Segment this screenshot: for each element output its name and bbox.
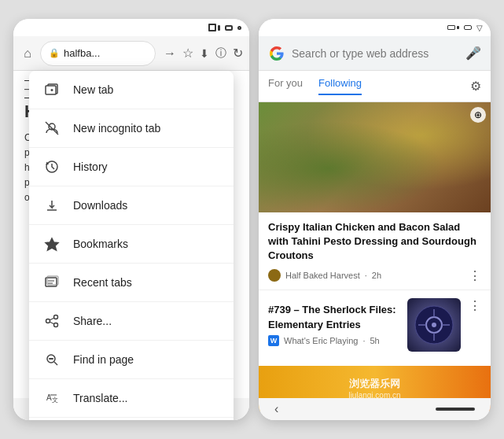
menu-item-incognito[interactable]: New incognito tab — [29, 109, 234, 148]
svg-marker-7 — [46, 238, 58, 250]
bookmarks-icon — [43, 235, 61, 253]
home-icon[interactable]: ⌂ — [20, 46, 35, 61]
history-label: History — [73, 160, 219, 173]
url-box[interactable]: 🔒 halfba... — [40, 41, 156, 66]
svg-point-13 — [54, 323, 58, 327]
card-more-icon[interactable]: ⋮ — [469, 268, 481, 283]
info-icon[interactable]: ⓘ — [215, 46, 226, 61]
battery-tip — [218, 25, 220, 31]
menu-item-new-tab[interactable]: New tab — [29, 71, 234, 109]
lock-icon: 🔒 — [49, 48, 60, 58]
find-icon — [43, 351, 61, 368]
menu-item-downloads[interactable]: Downloads — [29, 186, 234, 225]
signal-icon — [225, 25, 233, 31]
card-info: Crispy Italian Chicken and Bacon Salad w… — [259, 212, 491, 290]
share-label: Share... — [73, 315, 219, 327]
source-icon: W — [268, 335, 279, 346]
bookmarks-label: Bookmarks — [73, 238, 219, 250]
refresh-icon[interactable]: ↻ — [233, 46, 243, 61]
new-tab-icon — [43, 81, 61, 98]
downloads-label: Downloads — [73, 199, 219, 212]
second-card-text: #739 – The Sherlock Files: Elementary En… — [268, 303, 399, 345]
translate-icon: A文 — [43, 389, 61, 407]
second-card-dot: · — [362, 336, 365, 345]
card-image: ⊕ — [259, 102, 491, 212]
address-bar-icons: → ☆ ⬇ ⓘ ↻ — [164, 46, 243, 61]
dropdown-menu: New tab New incognito tab History Downlo… — [29, 71, 234, 420]
menu-item-history[interactable]: History — [29, 148, 234, 186]
card-image-inner — [259, 102, 491, 212]
recent-tabs-label: Recent tabs — [73, 276, 219, 289]
podcast-art — [407, 298, 461, 352]
banner-content: 浏览器乐网 liulanqi.com.cn — [348, 377, 400, 400]
r-battery-icon — [447, 25, 455, 30]
feed-tabs: For you Following ⚙ — [259, 71, 491, 102]
settings-icon[interactable]: ⚙ — [470, 79, 481, 94]
right-phone: ▽ Search or type web address 🎤 For you F… — [259, 19, 491, 420]
right-bottom-nav: ‹ — [259, 398, 491, 420]
banner-main-text: 浏览器乐网 — [348, 377, 400, 391]
second-card-title: #739 – The Sherlock Files: Elementary En… — [268, 303, 399, 331]
downloads-icon — [43, 197, 61, 214]
incognito-icon — [43, 120, 61, 137]
svg-point-12 — [54, 315, 58, 319]
svg-line-15 — [50, 318, 54, 319]
menu-item-share[interactable]: Share... — [29, 302, 234, 341]
history-icon — [43, 158, 61, 175]
second-card-time: 5h — [370, 336, 379, 345]
r-wifi-icon: ▽ — [476, 24, 483, 32]
menu-item-bookmarks[interactable]: Bookmarks — [29, 225, 234, 264]
svg-point-25 — [432, 323, 436, 327]
right-home-indicator — [436, 408, 475, 411]
battery-icon — [208, 24, 216, 31]
svg-point-14 — [46, 319, 50, 323]
right-status-icons: ▽ — [447, 24, 483, 32]
star-icon[interactable]: ☆ — [182, 46, 193, 61]
incognito-label: New incognito tab — [73, 122, 219, 135]
status-icons — [208, 24, 241, 31]
search-input[interactable]: Search or type web address — [292, 47, 459, 60]
second-card-meta: W What's Eric Playing · 5h — [268, 335, 399, 346]
url-text: halfba... — [64, 47, 147, 59]
forward-icon[interactable]: → — [164, 46, 176, 61]
card-source: Half Baked Harvest — [285, 271, 360, 280]
svg-line-16 — [50, 322, 54, 323]
card-meta-1: Half Baked Harvest · 2h ⋮ — [268, 268, 481, 283]
left-phone: ⌂ 🔒 halfba... → ☆ ⬇ ⓘ ↻ — HALF — HAR Cri… — [13, 19, 249, 420]
menu-item-find[interactable]: Find in page — [29, 341, 234, 379]
svg-line-18 — [54, 362, 57, 365]
svg-text:文: 文 — [52, 397, 58, 404]
menu-item-site[interactable]: H Half Baked Harvest + Follow — [29, 418, 234, 420]
svg-rect-19 — [49, 358, 53, 360]
card-time: 2h — [372, 271, 381, 280]
card-avatar — [268, 269, 281, 282]
find-label: Find in page — [73, 353, 219, 366]
tab-for-you[interactable]: For you — [268, 77, 303, 95]
google-logo — [268, 45, 285, 62]
card-dot: · — [365, 271, 367, 280]
second-card-source: What's Eric Playing — [284, 336, 358, 345]
translate-label: Translate... — [73, 392, 219, 404]
menu-item-recent-tabs[interactable]: Recent tabs — [29, 264, 234, 302]
address-bar: ⌂ 🔒 halfba... → ☆ ⬇ ⓘ ↻ — [13, 36, 249, 71]
menu-item-translate[interactable]: A文 Translate... — [29, 379, 234, 418]
right-status-bar: ▽ — [259, 19, 491, 36]
card-badge: ⊕ — [470, 107, 486, 123]
recent-tabs-icon — [43, 274, 61, 291]
second-card-image — [407, 298, 461, 352]
new-tab-label: New tab — [73, 83, 219, 96]
left-status-bar — [13, 19, 249, 36]
right-search-bar: Search or type web address 🎤 — [259, 36, 491, 71]
second-card-more-icon[interactable]: ⋮ — [469, 298, 481, 313]
download-icon[interactable]: ⬇ — [200, 47, 209, 60]
feed-card-1: ⊕ Crispy Italian Chicken and Bacon Salad… — [259, 102, 491, 290]
tab-following[interactable]: Following — [318, 77, 362, 95]
right-back-chevron[interactable]: ‹ — [274, 402, 278, 416]
feed-card-2: #739 – The Sherlock Files: Elementary En… — [259, 290, 491, 360]
mic-icon[interactable]: 🎤 — [465, 46, 481, 61]
wifi-icon — [237, 26, 241, 30]
card-title-1: Crispy Italian Chicken and Bacon Salad w… — [268, 220, 481, 264]
r-signal-icon — [464, 25, 472, 30]
tabs-group: For you Following — [268, 77, 362, 95]
share-icon — [43, 312, 61, 330]
